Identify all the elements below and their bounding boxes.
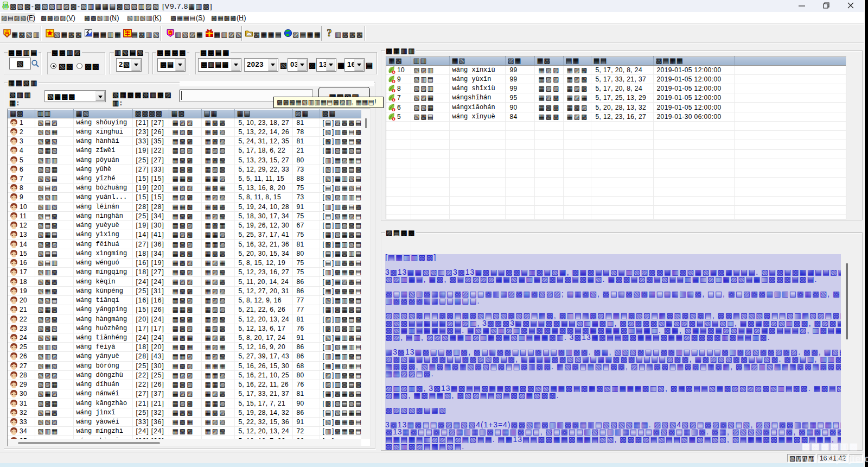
svg-text:?: ? [327,29,332,37]
